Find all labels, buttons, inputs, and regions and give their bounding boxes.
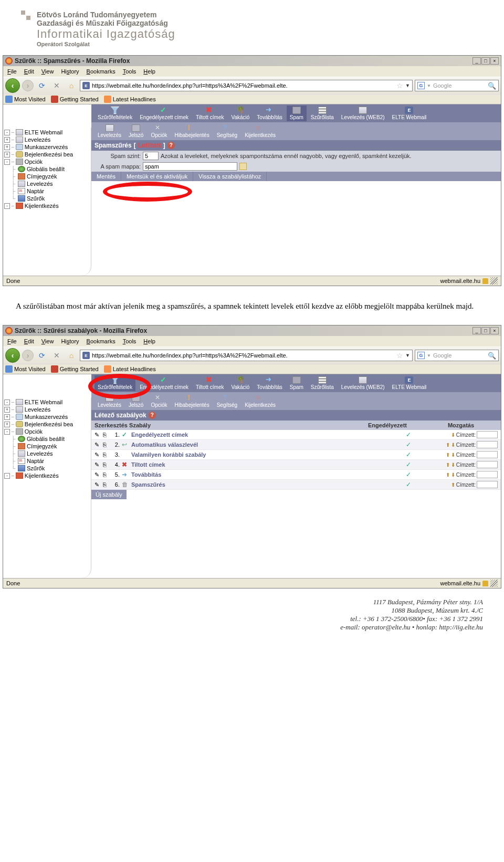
stop-button[interactable]: ✕ <box>50 79 63 92</box>
sidebar-globalis[interactable]: ├Globális beállít <box>3 165 91 173</box>
sidebar-bejelentkezesi[interactable]: +⋯Bejelentkezési bea <box>3 151 91 158</box>
subtab-hibabejelentes[interactable]: !Hibabejelentés <box>172 393 213 409</box>
help-icon[interactable]: ? <box>167 142 175 149</box>
edit-rule-icon[interactable]: ✎ <box>94 471 103 478</box>
tab-tovabbitas[interactable]: ➜Továbbítás <box>254 106 285 121</box>
tab-levelezes-web2[interactable]: Levelezés (WEB2) <box>338 375 388 391</box>
tab-szurofeltetelek[interactable]: Szűrőfeltételek <box>94 375 135 391</box>
back-button[interactable]: ‹ <box>5 78 20 93</box>
copy-rule-icon[interactable]: ⎘ <box>103 432 111 438</box>
menu-file[interactable]: File <box>4 337 20 345</box>
rule-name[interactable]: Engedélyezett címek <box>131 432 372 438</box>
back-to-list-button[interactable]: Vissza a szabálylistához <box>193 172 267 181</box>
menu-history[interactable]: History <box>58 67 82 76</box>
move-up-icon[interactable]: ⬆ <box>446 452 450 458</box>
rule-name[interactable]: Tiltott címek <box>131 461 372 468</box>
move-up-icon[interactable]: ⬆ <box>451 482 455 488</box>
subtab-segitseg[interactable]: ?Segítség <box>214 123 240 139</box>
resize-grip-icon[interactable] <box>490 580 498 587</box>
reload-button[interactable]: ⟳ <box>36 349 48 362</box>
move-to-input[interactable] <box>477 461 498 468</box>
url-bar-2[interactable]: E https://webmail.elte.hu/horde/index.ph… <box>80 350 413 361</box>
tab-szurolista[interactable]: Szűrőlista <box>308 375 337 391</box>
rule-enabled-icon[interactable]: ✓ <box>372 451 445 458</box>
copy-rule-icon[interactable]: ⎘ <box>103 451 111 458</box>
home-button[interactable]: ⌂ <box>65 79 78 92</box>
tab-szurolista[interactable]: Szűrőlista <box>308 106 337 121</box>
subtab-jelszo[interactable]: Jelszó <box>125 393 146 409</box>
back-button[interactable]: ‹ <box>5 348 20 363</box>
close-button[interactable]: × <box>490 57 499 65</box>
move-down-icon[interactable]: ⬇ <box>451 452 455 458</box>
menu-file[interactable]: File <box>4 67 20 76</box>
stop-button[interactable]: ✕ <box>50 349 63 362</box>
sidebar-levelezes[interactable]: +⋯Levelezés <box>3 406 91 413</box>
home-button[interactable]: ⌂ <box>65 349 78 362</box>
move-up-icon[interactable]: ⬆ <box>446 462 450 468</box>
menu-bookmarks[interactable]: Bookmarks <box>83 67 119 76</box>
save-activate-button[interactable]: Mentsük el és aktiváljuk <box>121 172 193 181</box>
move-down-icon[interactable]: ⬇ <box>451 462 455 468</box>
edit-rule-icon[interactable]: ✎ <box>94 461 103 468</box>
tab-tiltott[interactable]: ✖Tiltott címek <box>193 106 227 121</box>
sidebar-opciok[interactable]: -⋯Opciók <box>3 428 91 435</box>
new-rule-button[interactable]: Új szabály <box>91 490 127 499</box>
sidebar-naptar[interactable]: ├Naptár <box>3 457 91 465</box>
move-to-input[interactable] <box>477 451 498 458</box>
subtab-levelezes[interactable]: Levelezés <box>94 393 124 409</box>
menu-history[interactable]: History <box>58 337 82 345</box>
subtab-segitseg[interactable]: ?Segítség <box>214 393 240 409</box>
sidebar-levelezes2[interactable]: ├Levelezés <box>3 180 91 187</box>
sidebar-elte-webmail[interactable]: -⋯ELTE Webmail <box>3 129 91 136</box>
subtab-kijelentkezes[interactable]: ⎋Kijelentkezés <box>242 123 279 139</box>
menu-help[interactable]: Help <box>140 67 159 76</box>
bookmark-most-visited[interactable]: Most Visited <box>5 365 46 373</box>
sidebar-cimjegyzek[interactable]: ├Címjegyzék <box>3 173 91 180</box>
menu-tools[interactable]: Tools <box>120 67 140 76</box>
subtab-levelezes[interactable]: Levelezés <box>94 123 124 139</box>
tab-elte-webmail[interactable]: EELTE Webmail <box>389 106 430 121</box>
move-to-input[interactable] <box>477 431 498 438</box>
subtab-kijelentkezes[interactable]: ⎋Kijelentkezés <box>242 393 279 409</box>
tab-vakacio[interactable]: 🌴Vakáció <box>228 375 253 391</box>
resize-grip-icon[interactable] <box>490 277 498 285</box>
search-icon[interactable]: 🔍 <box>488 352 496 360</box>
bookmark-star-icon[interactable]: ☆ <box>396 81 403 90</box>
move-down-icon[interactable]: ⬇ <box>451 472 455 478</box>
sidebar-opciok[interactable]: -⋯Opciók <box>3 158 91 165</box>
copy-rule-icon[interactable]: ⎘ <box>103 461 111 468</box>
forward-button[interactable]: › <box>22 80 34 91</box>
menu-view[interactable]: View <box>38 337 57 345</box>
url-dropdown-icon[interactable]: ▼ <box>405 83 410 88</box>
help-icon[interactable]: ? <box>149 412 156 419</box>
move-down-icon[interactable]: ⬇ <box>451 442 455 448</box>
subtab-jelszo[interactable]: Jelszó <box>125 123 146 139</box>
save-button[interactable]: Mentés <box>91 172 121 181</box>
sidebar-levelezes2[interactable]: ├Levelezés <box>3 450 91 457</box>
edit-folder-icon[interactable] <box>239 163 247 170</box>
close-button[interactable]: × <box>490 327 499 334</box>
sidebar-szurok[interactable]: └Szűrők <box>3 195 91 202</box>
sidebar-szurok[interactable]: └Szűrők <box>3 465 91 472</box>
edit-rule-icon[interactable]: ✎ <box>94 432 103 438</box>
rule-name[interactable]: Valamilyen korábbi szabály <box>131 451 372 458</box>
maximize-button[interactable]: □ <box>481 327 490 334</box>
maximize-button[interactable]: □ <box>481 57 490 65</box>
sidebar-bejelentkezesi[interactable]: +⋯Bejelentkezési bea <box>3 421 91 428</box>
bookmark-latest-headlines[interactable]: Latest Headlines <box>104 365 156 373</box>
subtab-opciok[interactable]: ✕Opciók <box>148 123 170 139</box>
tab-engedelyezett[interactable]: ✓Engedélyezett címek <box>136 375 192 391</box>
search-icon[interactable]: 🔍 <box>488 82 496 90</box>
tab-tiltott[interactable]: ✖Tiltott címek <box>193 375 227 391</box>
search-box[interactable]: G ▼ Google 🔍 <box>415 80 499 91</box>
bookmark-most-visited[interactable]: Most Visited <box>5 96 46 103</box>
menu-tools[interactable]: Tools <box>120 337 140 345</box>
move-to-input[interactable] <box>477 481 498 488</box>
sidebar-levelezes[interactable]: +⋯Levelezés <box>3 136 91 143</box>
sidebar-cimjegyzek[interactable]: ├Címjegyzék <box>3 443 91 450</box>
edit-rule-icon[interactable]: ✎ <box>94 441 103 448</box>
sidebar-elte-webmail[interactable]: -⋯ELTE Webmail <box>3 398 91 406</box>
move-down-icon[interactable]: ⬇ <box>451 432 455 438</box>
rule-enabled-icon[interactable]: ✓ <box>372 471 445 478</box>
move-up-icon[interactable]: ⬆ <box>446 472 450 478</box>
